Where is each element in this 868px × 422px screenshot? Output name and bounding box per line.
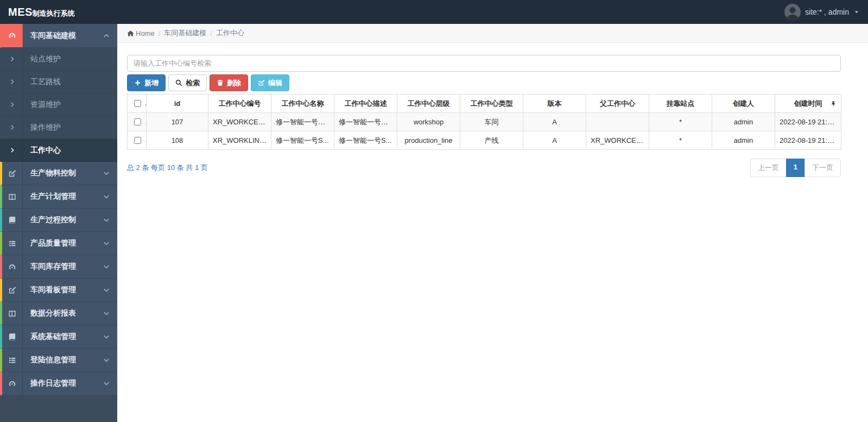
cell-level: workshop — [397, 113, 460, 131]
main-area: Home / 车间基础建模 / 工作中心 新增 检索 删除 — [117, 24, 868, 422]
cell-created: 2022-08-19 21:1... — [775, 131, 841, 150]
columns-icon — [2, 302, 23, 325]
column-header-label: 工作中心名称 — [282, 99, 324, 108]
cell-code: XR_WORKLINE... — [208, 131, 271, 150]
page-1-button[interactable]: 1 — [786, 159, 805, 177]
sidebar-item-4[interactable]: 产品质量管理 — [0, 232, 117, 255]
select-all-checkbox[interactable] — [134, 100, 141, 107]
sidebar-subitem-0[interactable]: 站点维护 — [0, 48, 117, 71]
sidebar-item-label: 生产计划管理 — [23, 192, 103, 201]
delete-button-label: 删除 — [227, 78, 241, 88]
sidebar-item-label: 产品质量管理 — [23, 238, 103, 248]
sidebar-subitem-2[interactable]: 资源维护 — [0, 93, 117, 116]
top-navbar: MES 制造执行系统 site:* , admin — [0, 0, 868, 24]
chevron-down-icon — [103, 380, 110, 387]
sidebar-item-9[interactable]: 登陆信息管理 — [0, 349, 117, 372]
cell-type: 产线 — [460, 131, 523, 150]
row-select-cell — [128, 131, 147, 150]
add-button-label: 新增 — [144, 78, 159, 88]
sidebar-item-0[interactable]: 车间基础建模 — [0, 24, 117, 48]
edit-button[interactable]: 编辑 — [251, 74, 289, 91]
column-header-code[interactable]: 工作中心编号 — [208, 95, 271, 113]
delete-button[interactable]: 删除 — [210, 74, 248, 91]
edit-icon — [2, 162, 23, 185]
sidebar-subitem-label: 资源维护 — [23, 100, 117, 110]
sidebar-subitem-label: 站点维护 — [23, 54, 117, 64]
row-checkbox[interactable] — [134, 137, 141, 144]
sidebar-subitem-label: 工艺路线 — [23, 77, 117, 87]
app-logo[interactable]: MES 制造执行系统 — [8, 6, 75, 18]
caret-down-icon — [853, 9, 860, 15]
search-icon — [175, 79, 182, 86]
column-header-creator[interactable]: 创建人 — [712, 95, 775, 113]
pin-icon[interactable] — [831, 100, 837, 106]
pagination-summary[interactable]: 总 2 条 每页 10 条 共 1 页 — [127, 163, 208, 173]
row-select-cell — [128, 113, 147, 131]
columns-icon — [2, 185, 23, 208]
column-header-label: 创建人 — [733, 99, 754, 108]
sidebar-menu: 车间基础建模站点维护工艺路线资源维护操作维护工作中心生产物料控制生产计划管理生产… — [0, 24, 117, 395]
list-icon — [2, 232, 23, 255]
chevron-down-icon — [103, 287, 110, 293]
sidebar-item-1[interactable]: 生产物料控制 — [0, 162, 117, 185]
breadcrumb-item-module[interactable]: 车间基础建模 — [164, 28, 206, 38]
toolbar: 新增 检索 删除 编辑 — [127, 74, 841, 91]
sidebar-item-label: 车间基础建模 — [23, 31, 103, 41]
breadcrumb-home-label: Home — [136, 29, 155, 37]
sidebar-subitem-3[interactable]: 操作维护 — [0, 116, 117, 139]
sidebar-item-label: 登陆信息管理 — [23, 355, 103, 365]
column-header-version[interactable]: 版本 — [523, 95, 586, 113]
user-menu[interactable]: site:* , admin — [784, 4, 860, 20]
add-button[interactable]: 新增 — [127, 74, 166, 91]
sidebar-item-10[interactable]: 操作日志管理 — [0, 372, 117, 395]
prev-page-button[interactable]: 上一页 — [750, 159, 787, 177]
sidebar-subitem-1[interactable]: 工艺路线 — [0, 71, 117, 93]
sidebar-subitem-label: 操作维护 — [23, 123, 117, 133]
trash-icon — [217, 79, 224, 86]
column-header-desc[interactable]: 工作中心描述 — [334, 95, 397, 113]
list-icon — [2, 349, 23, 371]
chevron-down-icon — [103, 193, 110, 200]
table-body: 107XR_WORKCEN...修一智能一号车间修一智能一号车间workshop… — [128, 113, 841, 150]
book-icon — [2, 209, 23, 231]
sidebar-item-5[interactable]: 车间库存管理 — [0, 255, 117, 279]
breadcrumb-home-link[interactable]: Home — [127, 29, 155, 37]
sidebar-item-6[interactable]: 车间看板管理 — [0, 279, 117, 302]
column-header-name[interactable]: 工作中心名称 — [271, 95, 334, 113]
cell-parent — [586, 113, 649, 131]
column-header-parent[interactable]: 父工作中心 — [586, 95, 649, 113]
app-logo-subtitle: 制造执行系统 — [33, 9, 75, 18]
next-page-button[interactable]: 下一页 — [804, 159, 841, 177]
breadcrumb-separator: / — [155, 29, 164, 37]
column-header-label: 工作中心类型 — [471, 99, 513, 108]
pagination-bar: 总 2 条 每页 10 条 共 1 页 上一页 1 下一页 — [127, 159, 841, 177]
column-header-label: id — [174, 99, 181, 108]
breadcrumb: Home / 车间基础建模 / 工作中心 — [117, 24, 868, 43]
sidebar-item-7[interactable]: 数据分析报表 — [0, 302, 117, 325]
breadcrumb-separator: / — [206, 29, 216, 37]
gauge-icon — [2, 255, 23, 278]
search-button[interactable]: 检索 — [168, 74, 207, 91]
column-header-type[interactable]: 工作中心类型 — [460, 95, 523, 113]
column-header-station[interactable]: 挂靠站点 — [649, 95, 712, 113]
home-icon — [127, 30, 134, 37]
sidebar-item-2[interactable]: 生产计划管理 — [0, 185, 117, 209]
cell-created: 2022-08-19 21:1... — [775, 113, 841, 131]
sidebar-item-8[interactable]: 系统基础管理 — [0, 325, 117, 349]
gauge-icon — [2, 24, 23, 47]
sidebar-submenu: 站点维护工艺路线资源维护操作维护工作中心 — [0, 48, 117, 162]
breadcrumb-item-current: 工作中心 — [216, 28, 244, 38]
sidebar-subitem-4[interactable]: 工作中心 — [0, 139, 117, 162]
chevron-down-icon — [103, 240, 110, 247]
edit-icon — [2, 279, 23, 301]
cell-creator: admin — [712, 113, 775, 131]
sidebar-item-3[interactable]: 生产过程控制 — [0, 209, 117, 232]
column-header-level[interactable]: 工作中心层级 — [397, 95, 460, 113]
book-icon — [2, 325, 23, 348]
column-header-created[interactable]: 创建时间 — [775, 95, 841, 113]
search-input[interactable] — [127, 55, 841, 72]
row-checkbox[interactable] — [134, 118, 141, 125]
pagination: 上一页 1 下一页 — [750, 159, 841, 177]
chevron-down-icon — [103, 310, 110, 317]
column-header-id[interactable]: id — [147, 95, 208, 113]
